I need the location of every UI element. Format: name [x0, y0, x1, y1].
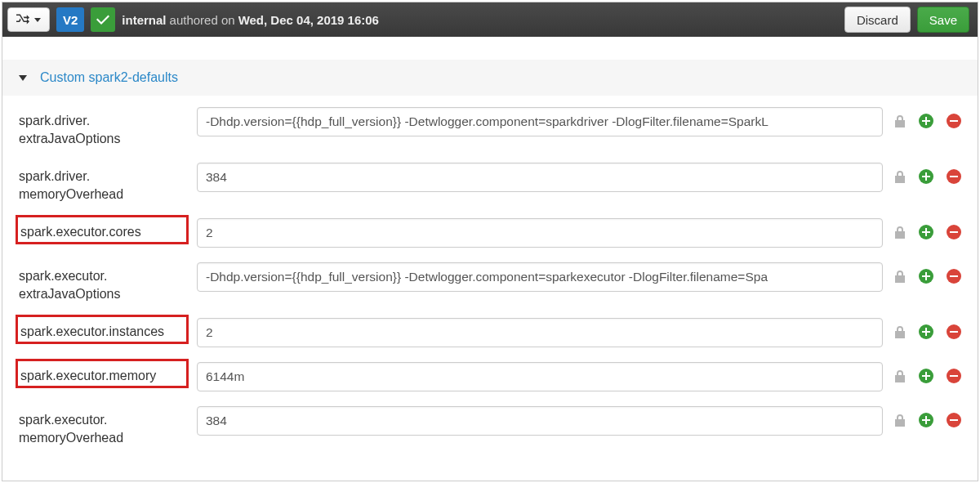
- remove-icon[interactable]: [947, 169, 961, 184]
- config-row: spark.executor.cores: [19, 218, 961, 248]
- row-actions: [894, 163, 961, 184]
- row-actions: [894, 262, 961, 284]
- lock-icon[interactable]: [894, 114, 906, 127]
- property-label: spark.executor.memory: [19, 362, 185, 385]
- svg-rect-14: [950, 231, 958, 233]
- lock-icon[interactable]: [894, 270, 906, 283]
- row-actions: [894, 318, 961, 339]
- save-button[interactable]: Save: [917, 7, 969, 33]
- svg-rect-22: [922, 331, 930, 333]
- authored-label: authored on: [170, 13, 235, 27]
- config-row: spark.driver. extraJavaOptions: [19, 107, 961, 148]
- author-name: internal: [122, 13, 166, 27]
- check-icon: [96, 13, 109, 27]
- svg-rect-34: [950, 419, 958, 421]
- svg-rect-29: [950, 375, 958, 377]
- remove-icon[interactable]: [947, 369, 961, 383]
- add-icon[interactable]: [919, 169, 933, 184]
- property-label: spark.executor. memoryOverhead: [19, 406, 185, 447]
- top-toolbar: V2 internal authored on Wed, Dec 04, 201…: [2, 2, 978, 37]
- svg-rect-19: [950, 275, 958, 277]
- remove-icon[interactable]: [947, 324, 961, 339]
- section-header[interactable]: Custom spark2-defaults: [2, 60, 978, 96]
- svg-rect-17: [922, 275, 930, 277]
- remove-icon[interactable]: [947, 269, 961, 284]
- config-row: spark.executor. extraJavaOptions: [19, 262, 961, 303]
- add-icon[interactable]: [919, 225, 933, 239]
- config-row: spark.executor.instances: [19, 318, 961, 347]
- section-title: Custom spark2-defaults: [40, 70, 178, 85]
- property-label: spark.executor.instances: [19, 318, 185, 341]
- svg-rect-12: [922, 231, 930, 233]
- property-input[interactable]: [197, 262, 883, 292]
- svg-rect-9: [950, 176, 958, 177]
- lock-icon[interactable]: [894, 414, 906, 427]
- compare-versions-button[interactable]: [7, 7, 50, 32]
- config-body: spark.driver. extraJavaOptionsspark.driv…: [2, 96, 978, 447]
- add-icon[interactable]: [919, 369, 933, 383]
- lock-icon[interactable]: [894, 369, 906, 382]
- property-input[interactable]: [197, 107, 883, 136]
- property-label: spark.executor.cores: [19, 218, 185, 241]
- authored-date: Wed, Dec 04, 2019 16:06: [238, 13, 379, 27]
- current-version-check: [91, 7, 115, 32]
- row-actions: [894, 406, 961, 427]
- add-icon[interactable]: [919, 269, 933, 284]
- config-row: spark.executor.memory: [19, 362, 961, 391]
- property-label: spark.driver. extraJavaOptions: [19, 107, 185, 148]
- lock-icon[interactable]: [894, 170, 906, 183]
- svg-rect-4: [950, 120, 958, 122]
- property-input[interactable]: [197, 362, 883, 391]
- row-actions: [894, 362, 961, 383]
- svg-rect-24: [950, 331, 958, 333]
- property-label: spark.driver. memoryOverhead: [19, 163, 185, 203]
- chevron-down-icon: [19, 75, 27, 81]
- config-row: spark.driver. memoryOverhead: [19, 163, 961, 203]
- svg-rect-27: [922, 375, 930, 377]
- add-icon[interactable]: [919, 324, 933, 339]
- property-input[interactable]: [197, 318, 883, 347]
- shuffle-icon: [16, 13, 29, 27]
- remove-icon[interactable]: [947, 413, 961, 427]
- version-badge[interactable]: V2: [56, 7, 84, 32]
- row-actions: [894, 218, 961, 239]
- property-label: spark.executor. extraJavaOptions: [19, 262, 185, 303]
- lock-icon[interactable]: [894, 325, 906, 338]
- authored-text: internal authored on Wed, Dec 04, 2019 1…: [122, 13, 379, 27]
- svg-rect-7: [922, 176, 930, 177]
- remove-icon[interactable]: [947, 225, 961, 239]
- lock-icon[interactable]: [894, 226, 906, 239]
- row-actions: [894, 107, 961, 128]
- property-input[interactable]: [197, 163, 883, 192]
- chevron-down-icon: [34, 18, 41, 22]
- config-row: spark.executor. memoryOverhead: [19, 406, 961, 447]
- discard-button[interactable]: Discard: [844, 7, 911, 33]
- add-icon[interactable]: [919, 114, 933, 128]
- property-input[interactable]: [197, 218, 883, 248]
- svg-rect-32: [922, 419, 930, 421]
- property-input[interactable]: [197, 406, 883, 436]
- remove-icon[interactable]: [947, 114, 961, 128]
- svg-rect-2: [922, 120, 930, 122]
- add-icon[interactable]: [919, 413, 933, 427]
